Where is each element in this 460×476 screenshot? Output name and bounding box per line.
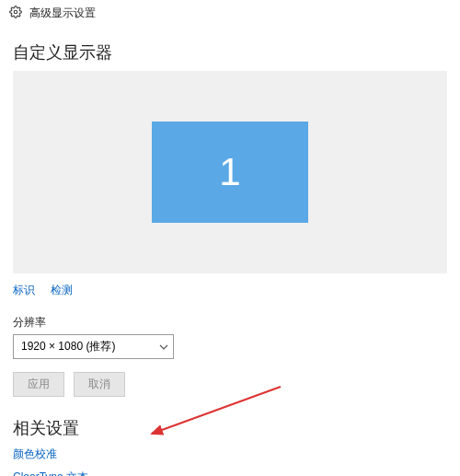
apply-button: 应用: [13, 372, 64, 397]
gear-icon: [9, 6, 22, 21]
cancel-button: 取消: [74, 372, 125, 397]
titlebar: 高级显示设置: [0, 0, 460, 27]
monitor-number: 1: [219, 150, 240, 194]
window-title: 高级显示设置: [29, 6, 96, 21]
section-customize-heading: 自定义显示器: [13, 41, 447, 64]
cleartype-link[interactable]: ClearType 文本: [13, 470, 447, 476]
resolution-label: 分辨率: [13, 315, 447, 331]
color-calibration-link[interactable]: 颜色校准: [13, 447, 447, 462]
resolution-select[interactable]: 1920 × 1080 (推荐): [13, 334, 174, 359]
identify-link[interactable]: 标识: [13, 284, 35, 296]
monitor-arrangement-area[interactable]: 1: [13, 71, 447, 273]
svg-point-0: [14, 10, 17, 14]
monitor-tile-1[interactable]: 1: [152, 122, 308, 223]
section-related-heading: 相关设置: [13, 417, 447, 439]
detect-link[interactable]: 检测: [51, 284, 73, 296]
